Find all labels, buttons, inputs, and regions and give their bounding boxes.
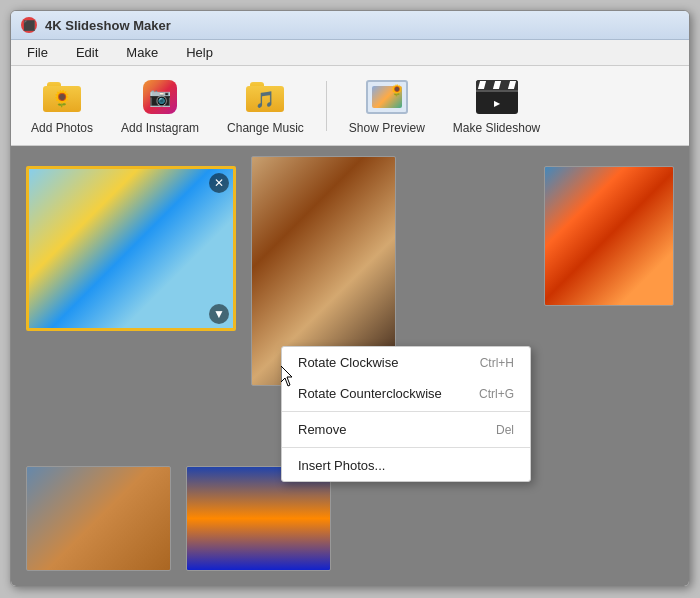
show-preview-icon: 🌻 [366,76,408,118]
rotate-counterclockwise-shortcut: Ctrl+G [479,387,514,401]
make-slideshow-label: Make Slideshow [453,121,540,135]
photo-thumbnail-1[interactable]: ✕ ▼ [26,166,236,331]
menu-file[interactable]: File [19,43,56,62]
context-insert-photos[interactable]: Insert Photos... [282,450,530,481]
add-photos-label: Add Photos [31,121,93,135]
instagram-icon: 📷 [139,76,181,118]
context-rotate-clockwise[interactable]: Rotate Clockwise Ctrl+H [282,347,530,378]
insert-photos-label: Insert Photos... [298,458,385,473]
photo-thumbnail-3[interactable] [544,166,674,306]
window-title: 4K Slideshow Maker [45,18,171,33]
context-rotate-counterclockwise[interactable]: Rotate Counterclockwise Ctrl+G [282,378,530,409]
rotate-clockwise-label: Rotate Clockwise [298,355,398,370]
context-menu-divider-2 [282,447,530,448]
add-photos-button[interactable]: 🌻 Add Photos [21,72,103,139]
arrow-photo-1-button[interactable]: ▼ [209,304,229,324]
app-icon: ⬛ [21,17,37,33]
make-slideshow-button[interactable]: ▶ Make Slideshow [443,72,550,139]
show-preview-label: Show Preview [349,121,425,135]
show-preview-button[interactable]: 🌻 Show Preview [339,72,435,139]
remove-shortcut: Del [496,423,514,437]
context-menu-divider [282,411,530,412]
remove-label: Remove [298,422,346,437]
remove-photo-1-button[interactable]: ✕ [209,173,229,193]
toolbar-separator-1 [326,81,327,131]
rotate-counterclockwise-label: Rotate Counterclockwise [298,386,442,401]
menu-edit[interactable]: Edit [68,43,106,62]
menu-make[interactable]: Make [118,43,166,62]
context-menu: Rotate Clockwise Ctrl+H Rotate Countercl… [281,346,531,482]
context-remove[interactable]: Remove Del [282,414,530,445]
menu-help[interactable]: Help [178,43,221,62]
add-instagram-button[interactable]: 📷 Add Instagram [111,72,209,139]
title-bar: ⬛ 4K Slideshow Maker [11,11,689,40]
photo-thumbnail-4[interactable] [26,466,171,571]
add-instagram-label: Add Instagram [121,121,199,135]
change-music-label: Change Music [227,121,304,135]
change-music-button[interactable]: 🎵 Change Music [217,72,314,139]
change-music-icon: 🎵 [244,76,286,118]
toolbar: 🌻 Add Photos 📷 Add Instagram 🎵 Change Mu… [11,66,689,146]
menu-bar: File Edit Make Help [11,40,689,66]
content-area: ✕ ▼ Rotate Clockwise Ctrl+H Rotate Count… [11,146,689,586]
rotate-clockwise-shortcut: Ctrl+H [480,356,514,370]
app-window: ⬛ 4K Slideshow Maker File Edit Make Help… [10,10,690,587]
add-photos-icon: 🌻 [41,76,83,118]
make-slideshow-icon: ▶ [476,76,518,118]
